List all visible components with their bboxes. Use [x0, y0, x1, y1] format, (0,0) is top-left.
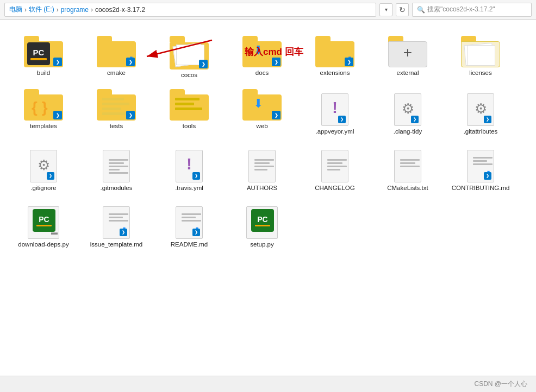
file-label: setup.py	[250, 241, 273, 248]
search-box[interactable]: 🔍 搜索"cocos2d-x-3.17.2"	[412, 3, 532, 17]
main-content: 输入cmd 回车 PC ❯ build ⬇	[0, 20, 536, 376]
list-item[interactable]: ⚙ ❯ .gitignore	[11, 142, 76, 194]
file-label: CMakeLists.txt	[387, 185, 428, 191]
list-item[interactable]: licenses	[448, 33, 513, 81]
breadcrumb[interactable]: 电脑 › 软件 (E:) › programe › cocos2d-x-3.17…	[4, 3, 376, 17]
list-item[interactable]: CMakeLists.txt	[375, 142, 440, 194]
list-item[interactable]: { } ❯ templates	[11, 86, 76, 138]
file-label: .gitignore	[30, 185, 56, 191]
file-label: .clang-tidy	[394, 128, 422, 135]
file-icon: ⬇ ❯	[465, 146, 496, 182]
list-item[interactable]: ❯ tests	[84, 86, 149, 138]
file-grid: PC ❯ build ⬇ ❯ cmake	[11, 28, 525, 251]
file-label: web	[256, 123, 267, 129]
folder-icon	[170, 89, 209, 121]
file-label: README.md	[171, 241, 208, 248]
file-icon: PC ▬	[26, 202, 61, 239]
file-icon: ! ❯	[173, 146, 205, 182]
breadcrumb-current: cocos2d-x-3.17.2	[95, 6, 145, 14]
list-item[interactable]: CHANGELOG	[302, 142, 367, 194]
list-item[interactable]: ⬇ ❯ issue_template.md	[84, 199, 149, 251]
list-item[interactable]: ⬇ ❯ docs	[229, 33, 295, 81]
list-item[interactable]: PC setup.py	[229, 199, 295, 251]
file-icon	[392, 146, 423, 182]
file-label: docs	[255, 69, 269, 76]
list-item[interactable]: tools	[157, 86, 222, 138]
file-icon: ⚙ ❯	[28, 146, 59, 182]
list-item[interactable]: ⚙ ❯ .gitattributes	[448, 86, 513, 138]
file-label: templates	[30, 123, 57, 129]
list-item[interactable]: PC ▬ download-deps.py	[11, 199, 76, 251]
file-label: licenses	[469, 69, 492, 76]
file-icon: ⬇ ❯	[101, 202, 132, 239]
folder-icon: { } ❯	[24, 89, 63, 121]
file-label: .gitmodules	[101, 185, 133, 191]
file-label: cmake	[107, 69, 126, 76]
search-icon: 🔍	[417, 6, 425, 14]
file-label: build	[37, 69, 50, 76]
file-label: extensions	[320, 69, 350, 76]
file-icon	[319, 146, 351, 182]
breadcrumb-pc[interactable]: 电脑	[9, 5, 22, 14]
folder-icon: ❯	[97, 89, 136, 121]
file-icon: ⚙ ❯	[465, 89, 496, 126]
file-label: AUTHORS	[247, 185, 277, 191]
list-item[interactable]: ⬇ ❯ extensions	[302, 33, 367, 81]
breadcrumb-drive[interactable]: 软件 (E:)	[29, 5, 54, 14]
search-placeholder: 搜索"cocos2d-x-3.17.2"	[427, 5, 495, 14]
folder-icon	[461, 36, 500, 67]
file-label: .appveyor.yml	[316, 128, 354, 135]
list-item[interactable]: ⬇ ❯ README.md	[157, 199, 222, 251]
list-item[interactable]: ❯ cocos	[157, 33, 222, 81]
file-label: tools	[183, 123, 196, 129]
list-item[interactable]: .gitmodules	[84, 142, 149, 194]
list-item[interactable]: PC ❯ build	[11, 33, 76, 81]
file-icon: ⚙ ❯	[392, 89, 423, 126]
file-icon	[246, 146, 278, 182]
list-item[interactable]: AUTHORS	[229, 142, 295, 194]
list-item[interactable]: ⚙ ❯ .clang-tidy	[375, 86, 440, 138]
file-icon: ! ❯	[319, 89, 351, 126]
file-icon	[101, 146, 132, 182]
list-item[interactable]: ! ❯ .appveyor.yml	[302, 86, 367, 138]
status-text: CSDN @一个人心	[474, 380, 527, 389]
folder-icon: ❯	[170, 36, 209, 69]
file-icon: ⬇ ❯	[173, 202, 205, 239]
folder-icon: ⬇ ❯	[315, 36, 354, 67]
address-bar: 电脑 › 软件 (E:) › programe › cocos2d-x-3.17…	[0, 0, 536, 20]
file-label: CONTRIBUTING.md	[452, 185, 510, 191]
list-item[interactable]: ⬇ ❯ cmake	[84, 33, 149, 81]
file-icon: PC	[244, 202, 280, 239]
file-label: issue_template.md	[90, 241, 143, 248]
folder-icon: ⬇ ❯	[242, 36, 282, 67]
folder-icon: ⬇ ❯	[97, 36, 136, 67]
breadcrumb-dropdown[interactable]: ▾	[379, 3, 392, 16]
list-item[interactable]: ⬇ ❯ CONTRIBUTING.md	[448, 142, 513, 194]
file-label: CHANGELOG	[315, 185, 355, 191]
list-item[interactable]: + external	[375, 33, 440, 81]
list-item[interactable]: ⬇ ❯ web	[229, 86, 295, 138]
folder-icon: +	[388, 36, 427, 67]
refresh-button[interactable]: ↻	[396, 3, 409, 16]
file-label: cocos	[181, 72, 197, 78]
file-label: .gitattributes	[464, 128, 498, 135]
file-label: download-deps.py	[18, 241, 68, 248]
folder-icon: ⬇ ❯	[242, 89, 282, 121]
list-item[interactable]: ! ❯ .travis.yml	[157, 142, 222, 194]
file-label: external	[397, 69, 419, 76]
folder-icon: PC ❯	[24, 36, 63, 67]
file-label: .travis.yml	[175, 185, 203, 191]
breadcrumb-programe[interactable]: programe	[61, 6, 89, 14]
status-bar: CSDN @一个人心	[0, 376, 536, 392]
file-label: tests	[110, 123, 123, 129]
